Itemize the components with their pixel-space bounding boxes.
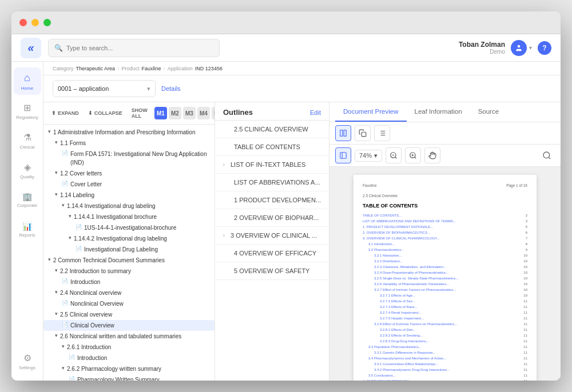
tree-item[interactable]: 📄Cover Letter [43,179,214,190]
tree-item[interactable]: ▾1.1 Forms [43,138,214,149]
sidebar-item-regulatory[interactable]: ⊞ Regulatory [14,97,41,125]
search-bar[interactable]: 🔍 [48,39,220,57]
toc-item-text: 3.2.8.2 Effects of Smoking... [380,333,423,338]
tree-panel: ⬆ EXPAND ⬇ COLLAPSE SHOW ALL M1 M2 [43,102,215,381]
sidebar-item-settings[interactable]: ⚙ Settings [14,347,41,375]
tree-item-icon: ▾ [62,343,65,350]
outline-item[interactable]: ›3 OVERVIEW OF CLINICAL ... [215,227,329,245]
toc-item: 3.2.7.1 Effects of Age...10 [363,293,527,298]
outline-item[interactable]: ›LIST OF IN-TEXT TABLES [215,156,329,174]
toc-item-page: 10 [523,276,527,281]
outline-item[interactable]: 5 OVERVIEW OF SAFETY [215,262,329,280]
maximize-button[interactable] [43,19,51,26]
tree-item[interactable]: ▾1.14 Labeling [43,190,214,201]
m4-button[interactable]: M4 [197,107,210,119]
app-select[interactable]: 0001 – application ▾ [53,80,156,97]
hand-tool-icon[interactable] [424,147,440,163]
zoom-out-icon[interactable] [386,147,402,163]
copy-icon[interactable] [355,125,371,141]
tree-item-label: 2.6.2 Pharmacology written summary [67,365,161,373]
sidebar-item-quality[interactable]: ◈ Quality [14,157,41,184]
tab-leaf-information[interactable]: Leaf Information [407,102,470,122]
tree-item[interactable]: ▾1.14.4 Investigational drug labeling [43,201,214,211]
preview-search-icon[interactable] [539,147,555,163]
tree-item[interactable]: ▾1.14.4.1 Investigational brochure [43,211,214,222]
layout-icon[interactable] [335,125,351,141]
tree-toolbar: ⬆ EXPAND ⬇ COLLAPSE SHOW ALL M1 M2 [43,102,214,125]
sidebar-item-home[interactable]: ⌂ Home [14,67,41,95]
toc-item-page: 11 [523,350,527,355]
sidebar-toggle-icon[interactable] [335,147,351,163]
tree-item[interactable]: ▾2.2 Introduction to summary [43,266,214,277]
tree-item[interactable]: 📄Introduction [43,353,214,363]
show-all-button[interactable]: SHOW ALL [129,106,150,121]
tree-item[interactable]: 📄Pharmacology Written Summary [43,374,214,381]
outline-item[interactable]: 2.5 CLINICAL OVERVIEW [215,121,329,138]
expand-button[interactable]: ⬆ EXPAND [49,109,81,118]
tab-source[interactable]: Source [470,102,507,122]
toc-item: LIST OF ABBREVIATIONS AND DEFINITIONS OF… [363,219,527,224]
toc-item-text: 3.2.7.2 Effects of Sex... [380,299,415,304]
settings-icon: ⚙ [23,353,31,363]
tree-item-icon: ▾ [48,256,51,263]
sidebar-item-clinical[interactable]: ⚗ Clinical [14,127,41,154]
tree-item[interactable]: ▾2.6.2 Pharmacology written summary [43,363,214,374]
sidebar-item-label: Regulatory [16,115,38,120]
tree-item[interactable]: 📄Clinical Overview [43,320,214,331]
toc-item-page: 11 [523,356,527,361]
edit-link[interactable]: Edit [310,109,321,116]
collapse-icon: ⬇ [88,110,93,116]
outline-item[interactable]: 4 OVERVIEW OF EFFICACY [215,245,329,262]
m2-button[interactable]: M2 [169,107,181,119]
tree-item[interactable]: 📄Nonclinical Overview [43,298,214,309]
tree-item-icon: ▾ [69,213,72,220]
chevron-down-zoom-icon: ▾ [374,152,378,159]
toc-item: 3.4.1 Concentration-Effect Relationships… [363,362,527,367]
tree-item-label: Clinical Overview [70,321,114,330]
tree-item-icon: ▾ [62,202,65,209]
tree-item[interactable]: ▾2.6.1 Introduction [43,342,214,353]
sidebar-item-label: Corporate [17,203,38,208]
tree-item[interactable]: ▾1.2 Cover letters [43,168,214,179]
tab-document-preview[interactable]: Document Preview [335,102,407,122]
tree-item[interactable]: 📄Introduction [43,277,214,287]
close-button[interactable] [19,19,27,26]
tree-item-icon: 📄 [69,354,75,361]
tree-item[interactable]: 📄1US-14-4-1-investigational-brochure [43,222,214,233]
tree-item-label: 2.4 Nonclinical overview [60,289,121,297]
outline-item[interactable]: 1 PRODUCT DEVELOPMEN... [215,191,329,209]
tree-item[interactable]: ▾2 Common Technical Document Summaries [43,255,214,266]
minimize-button[interactable] [31,19,39,26]
sidebar-item-reports[interactable]: 📊 Reports [14,216,41,243]
tree-item[interactable]: ▾1 Administrative Information and Prescr… [43,127,214,138]
zoom-control[interactable]: 74% ▾ [355,150,382,162]
toc-item-text: 3.2.7 Effect of Intrinsic Factors on Pha… [374,287,456,293]
sidebar-item-corporate[interactable]: 🏢 Corporate [14,186,41,214]
tree-item[interactable]: 📄Form FDA 1571: Investigational New Drug… [43,149,214,168]
tree-item-label: 1.14.4.2 Investigational drug labeling [74,234,167,243]
tree-item[interactable]: ▾1.14.4.2 Investigational drug labeling [43,233,214,244]
toc-item: 3.5 Conclusions...11 [363,373,527,378]
zoom-in-icon[interactable] [405,147,421,163]
outline-item[interactable]: TABLE OF CONTENTS [215,138,329,156]
toc-item: 3.2.7 Effect of Intrinsic Factors on Pha… [363,287,527,293]
help-button[interactable]: ? [538,41,551,55]
outline-item[interactable]: LIST OF ABBREVIATIONS A... [215,174,329,191]
toc-item: 3.2.2 Distribution...10 [363,259,527,264]
tree-item[interactable]: 📄Investigational Drug Labeling [43,244,214,255]
list-icon[interactable] [374,125,390,141]
tree-item[interactable]: ▾2.6 Nonclinical written and tabulated s… [43,331,214,342]
doc-subtitle: 2.5 Clinical Overview [363,193,527,199]
m1-button[interactable]: M1 [154,107,167,119]
details-link[interactable]: Details [161,85,181,92]
outline-item[interactable]: 2 OVERVIEW OF BIOPHAR... [215,209,329,227]
toc-item-page: 10 [523,265,527,270]
search-input[interactable] [66,45,213,51]
tree-item[interactable]: ▾2.4 Nonclinical overview [43,287,214,298]
svg-rect-2 [344,130,346,137]
tree-item-label: 1.1 Forms [60,139,86,147]
tree-item[interactable]: ▾2.5 Clinical overview [43,309,214,320]
collapse-button[interactable]: ⬇ COLLAPSE [86,109,125,118]
svg-line-12 [395,157,397,159]
m3-button[interactable]: M3 [183,107,196,119]
